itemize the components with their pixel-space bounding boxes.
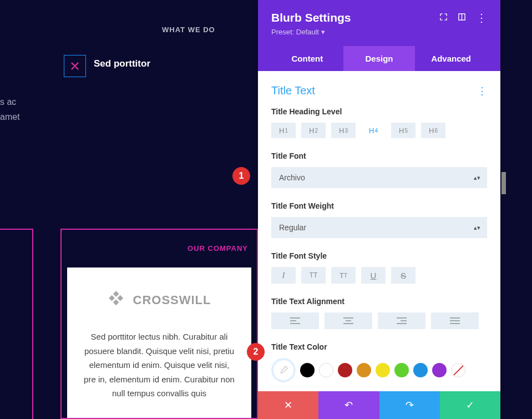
color-swatch-1[interactable] <box>319 363 333 377</box>
color-swatch-6[interactable] <box>413 363 428 377</box>
save-button[interactable]: ✓ <box>440 391 500 419</box>
color-swatch-2[interactable] <box>338 363 352 377</box>
tab-advanced[interactable]: Advanced <box>415 46 487 71</box>
heading-h2-button[interactable]: H2 <box>301 123 326 138</box>
color-swatch-3[interactable] <box>357 363 371 377</box>
align-right-button[interactable] <box>378 312 425 329</box>
weight-label: Title Font Weight <box>271 201 487 210</box>
panel-header: Blurb Settings ⋮ Preset: Default ▾ Conte… <box>258 0 500 71</box>
preset-selector[interactable]: Preset: Default ▾ <box>271 28 487 36</box>
align-left-button[interactable] <box>271 312 319 329</box>
company-paragraph: Sed porttitor lectus nibh. Curabitur ali… <box>84 330 235 401</box>
our-company-label: OUR COMPANY <box>188 244 248 253</box>
svg-rect-0 <box>113 291 119 297</box>
settings-panel: Blurb Settings ⋮ Preset: Default ▾ Conte… <box>258 0 500 419</box>
snap-icon[interactable] <box>458 13 466 23</box>
strikethrough-button[interactable]: S <box>391 267 416 284</box>
scrollbar-indicator[interactable] <box>501 172 506 194</box>
company-content: CROSSWILL Sed porttitor lectus nibh. Cur… <box>67 267 251 418</box>
color-swatch-4[interactable] <box>376 363 390 377</box>
heading-h6-button[interactable]: H6 <box>421 123 445 138</box>
what-we-do-label: WHAT WE DO <box>162 26 215 34</box>
smallcaps-button[interactable]: TT <box>331 267 356 284</box>
color-label: Title Text Color <box>271 342 487 351</box>
company-logo: CROSSWILL <box>84 290 235 311</box>
panel-footer: ✕ ↶ ↷ ✓ <box>258 391 500 419</box>
align-center-button[interactable] <box>325 312 372 329</box>
svg-rect-3 <box>109 295 115 301</box>
italic-button[interactable]: I <box>271 267 296 284</box>
tab-content[interactable]: Content <box>271 46 343 71</box>
blurb-title: Sed porttitor <box>94 58 150 69</box>
select-arrows-icon: ▴▾ <box>474 224 480 231</box>
cancel-button[interactable]: ✕ <box>258 391 318 419</box>
tab-design[interactable]: Design <box>343 46 416 71</box>
section-title[interactable]: Title Text <box>271 84 315 97</box>
weight-select[interactable]: Regular ▴▾ <box>271 217 487 238</box>
font-select[interactable]: Archivo ▴▾ <box>271 167 487 188</box>
color-swatch-5[interactable] <box>394 363 409 377</box>
panel-body: Title Text ⋮ Title Heading Level H1H2H3H… <box>258 71 500 387</box>
heading-h3-button[interactable]: H3 <box>331 123 356 138</box>
blurb-module[interactable]: Sed porttitor <box>64 55 150 77</box>
left-clipped-text: s ac amet <box>0 94 20 124</box>
company-module[interactable]: OUR COMPANY CROSSWILL Sed porttitor lect… <box>60 229 258 419</box>
font-label: Title Font <box>271 152 487 160</box>
alignment-label: Title Text Alignment <box>271 297 487 306</box>
color-swatch-7[interactable] <box>432 363 447 377</box>
undo-button[interactable]: ↶ <box>318 391 379 419</box>
heading-level-label: Title Heading Level <box>271 107 487 116</box>
underline-button[interactable]: U <box>361 267 386 284</box>
annotation-marker-2: 2 <box>247 343 265 361</box>
annotation-marker-1: 1 <box>232 167 250 185</box>
heading-h4-button[interactable]: H4 <box>361 123 386 138</box>
style-label: Title Font Style <box>271 251 487 260</box>
select-arrows-icon: ▴▾ <box>474 174 480 181</box>
color-picker-button[interactable] <box>271 358 296 382</box>
uppercase-button[interactable]: TT <box>301 267 326 284</box>
section-menu-icon[interactable]: ⋮ <box>477 85 487 97</box>
svg-rect-2 <box>113 299 119 305</box>
heading-h1-button[interactable]: H1 <box>271 123 296 138</box>
section-border <box>0 229 33 419</box>
svg-rect-1 <box>117 295 123 301</box>
heading-h5-button[interactable]: H5 <box>391 123 416 138</box>
color-none-swatch[interactable] <box>451 363 465 377</box>
panel-title: Blurb Settings <box>271 11 351 24</box>
expand-icon[interactable] <box>439 13 448 23</box>
redo-button[interactable]: ↷ <box>379 391 440 419</box>
color-swatch-0[interactable] <box>300 363 315 377</box>
blurb-icon <box>64 55 86 77</box>
align-justify-button[interactable] <box>431 312 479 329</box>
